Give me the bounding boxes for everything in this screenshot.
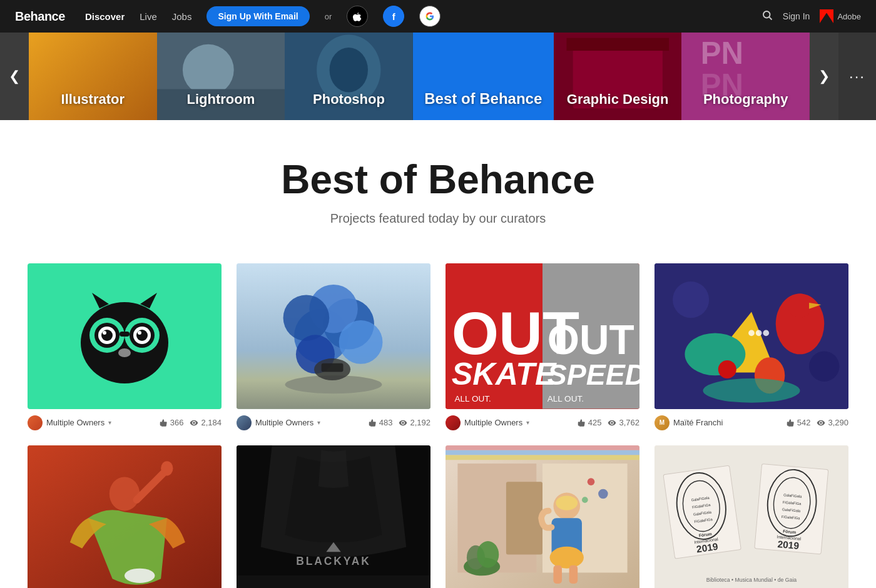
- svg-point-60: [718, 360, 736, 378]
- girl-illustration-thumb: [446, 445, 639, 588]
- category-photoshop[interactable]: Photoshop: [285, 33, 413, 120]
- project-card-8[interactable]: GalaFiGala FiGalaFiGa GalaFiGala FiGalaF…: [654, 445, 848, 588]
- svg-rect-72: [446, 445, 639, 450]
- svg-point-84: [550, 547, 584, 569]
- owner-name-1: Multiple Owners: [46, 418, 104, 427]
- owner-avatar-1: [28, 415, 43, 430]
- logo[interactable]: Behance: [15, 9, 65, 24]
- project-card-7[interactable]: Multiple Owners ▾ 491 3,421: [446, 445, 639, 588]
- likes-count-2: 483: [379, 418, 393, 427]
- grid-row-1: Multiple Owners ▾ 366 2,184: [28, 263, 848, 430]
- likes-count-3: 425: [588, 418, 602, 427]
- views-stat-1: 2,184: [190, 418, 222, 427]
- signup-button[interactable]: Sign Up With Email: [206, 6, 309, 26]
- project-stats-1: 366 2,184: [159, 418, 222, 427]
- category-lightroom[interactable]: Lightroom: [157, 33, 285, 120]
- likes-stat-2: 483: [368, 418, 393, 427]
- category-lightroom-label: Lightroom: [187, 91, 255, 108]
- svg-point-80: [477, 541, 499, 568]
- search-icon: [761, 9, 773, 21]
- tripadvisor-owl-svg: [56, 280, 193, 393]
- svg-point-66: [125, 569, 155, 583]
- facebook-signin-button[interactable]: f: [383, 6, 404, 27]
- category-more-button[interactable]: ···: [838, 33, 876, 120]
- illustration-svg: [654, 263, 848, 409]
- owner-name-3: Multiple Owners: [464, 418, 522, 427]
- eye-icon-3: [608, 418, 616, 427]
- category-graphic-design-label: Graphic Design: [567, 91, 669, 108]
- prev-arrow-icon: ❮: [9, 68, 20, 84]
- project-meta-3: Multiple Owners ▾ 425 3,762: [446, 415, 639, 430]
- balloons-svg: [237, 263, 430, 409]
- category-prev-button[interactable]: ❮: [0, 33, 29, 120]
- owner-avatar-4: M: [654, 415, 670, 430]
- outskate-svg: OUT SKATE OUT SPEED ALL OUT. ALL OUT.: [446, 263, 639, 409]
- category-bar: ❮ Illustrator Lightroom Photoshop Best o: [0, 33, 876, 120]
- balloons-thumb: [237, 263, 430, 409]
- signin-link[interactable]: Sign In: [783, 11, 810, 21]
- category-illustrator[interactable]: Illustrator: [29, 33, 157, 120]
- adobe-icon: [820, 9, 833, 23]
- girl-svg: [446, 445, 639, 588]
- likes-stat-4: 542: [786, 418, 811, 427]
- adobe-logo: Adobe: [820, 9, 861, 23]
- search-button[interactable]: [761, 9, 773, 24]
- nav-discover[interactable]: Discover: [85, 11, 125, 22]
- project-card-6[interactable]: BLACKYAK Multiple Owners ▾ 389: [237, 445, 430, 588]
- svg-rect-31: [120, 332, 130, 337]
- category-next-button[interactable]: ❯: [810, 33, 838, 120]
- thumbs-up-icon-3: [577, 418, 586, 427]
- category-best-of-behance-label: Best of Behance: [424, 90, 542, 108]
- project-owner-3[interactable]: Multiple Owners ▾: [446, 415, 529, 430]
- next-arrow-icon: ❯: [818, 68, 830, 84]
- project-owner-4[interactable]: M Maïté Franchi: [654, 415, 723, 430]
- google-signin-button[interactable]: [419, 6, 441, 27]
- project-thumb-4: [654, 263, 848, 409]
- facebook-icon: f: [392, 11, 395, 22]
- project-thumb-2: [237, 263, 430, 409]
- svg-text:SKATE: SKATE: [452, 356, 557, 392]
- project-card-1[interactable]: Multiple Owners ▾ 366 2,184: [28, 263, 222, 430]
- forum-thumb: GalaFiGala FiGalaFiGa GalaFiGala FiGalaF…: [654, 445, 848, 588]
- header: Behance Discover Live Jobs Sign Up With …: [0, 0, 876, 33]
- apple-icon: [353, 11, 362, 21]
- svg-rect-74: [446, 455, 639, 460]
- project-card-5[interactable]: Multiple Owners ▾ 612 4,105: [28, 445, 222, 588]
- project-meta-4: M Maïté Franchi 542 3,290: [654, 415, 848, 430]
- svg-rect-85: [553, 565, 562, 584]
- forum-svg: GalaFiGala FiGalaFiGa GalaFiGala FiGalaF…: [654, 445, 848, 588]
- hero-title: Best of Behance: [13, 158, 863, 201]
- project-owner-2[interactable]: Multiple Owners ▾: [237, 415, 320, 430]
- svg-point-0: [763, 11, 770, 18]
- project-card-2[interactable]: Multiple Owners ▾ 483 2,192: [237, 263, 430, 430]
- svg-point-27: [136, 330, 148, 341]
- category-illustrator-label: Illustrator: [61, 91, 125, 108]
- main-nav: Discover Live Jobs Sign Up With Email or…: [85, 6, 761, 27]
- svg-point-61: [673, 281, 709, 318]
- category-photography[interactable]: PN PN Photography: [681, 33, 810, 120]
- eye-icon-4: [817, 418, 825, 427]
- svg-point-38: [339, 320, 383, 364]
- svg-point-67: [161, 461, 173, 475]
- project-owner-1[interactable]: Multiple Owners ▾: [28, 415, 111, 430]
- views-count-4: 3,290: [828, 418, 848, 427]
- eye-icon: [190, 418, 198, 427]
- svg-point-58: [763, 330, 769, 337]
- category-best-of-behance[interactable]: Best of Behance: [413, 33, 554, 120]
- project-card-4[interactable]: M Maïté Franchi 542 3,290: [654, 263, 848, 430]
- svg-line-1: [769, 17, 772, 19]
- grid-row-2: Multiple Owners ▾ 612 4,105: [28, 445, 848, 588]
- nav-live[interactable]: Live: [140, 11, 157, 22]
- svg-point-37: [283, 295, 330, 342]
- svg-point-87: [588, 478, 595, 485]
- project-card-3[interactable]: OUT SKATE OUT SPEED ALL OUT. ALL OUT.: [446, 263, 639, 430]
- category-graphic-design[interactable]: Graphic Design: [554, 33, 682, 120]
- thumbs-up-icon-4: [786, 418, 795, 427]
- svg-point-65: [109, 477, 140, 510]
- nav-jobs[interactable]: Jobs: [172, 11, 192, 22]
- eye-icon-2: [399, 418, 407, 427]
- svg-point-6: [183, 44, 234, 96]
- owner-name-2: Multiple Owners: [255, 418, 313, 427]
- apple-signin-button[interactable]: [347, 6, 368, 27]
- views-stat-4: 3,290: [817, 418, 848, 427]
